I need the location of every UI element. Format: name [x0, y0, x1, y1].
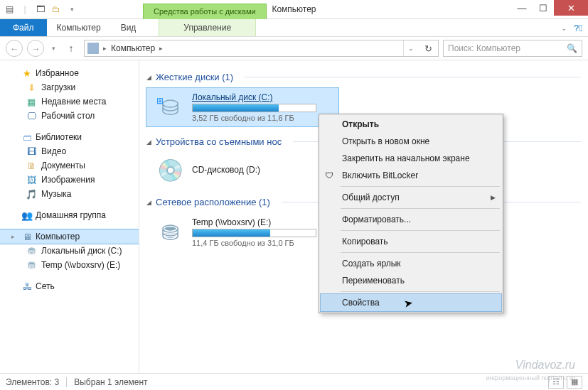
context-menu: Открыть Открыть в новом окне Закрепить н…: [319, 114, 503, 313]
sidebar-item-video[interactable]: 🎞 Видео: [0, 144, 139, 158]
status-selected: Выбран 1 элемент: [74, 377, 147, 387]
group-label: Жесткие диски (1): [156, 72, 233, 82]
sidebar-network-header[interactable]: 🖧 Сеть: [0, 279, 139, 293]
sidebar-libraries-label: Библиотеки: [36, 132, 82, 142]
tab-file[interactable]: Файл: [0, 19, 47, 36]
drive-icon: ⛃: [26, 245, 37, 256]
breadcrumb-computer[interactable]: Компьютер: [111, 43, 155, 53]
status-item-count: Элементов: 3: [6, 377, 59, 387]
window-title: Компьютер: [0, 0, 588, 19]
drive-net-temp[interactable]: ⛃ Temp (\\vboxsrv) (E:) 11,4 ГБ свободно…: [146, 213, 338, 251]
minimize-button[interactable]: —: [511, 0, 533, 16]
close-button[interactable]: ✕: [554, 0, 588, 16]
collapse-caret-icon[interactable]: ◢: [146, 199, 151, 206]
collapse-caret-icon[interactable]: ◢: [146, 74, 151, 81]
recent-icon: ▦: [26, 96, 37, 107]
computer-icon: 🖥: [21, 231, 33, 242]
forward-button[interactable]: →: [27, 40, 44, 57]
drive-name: Локальный диск (C:): [192, 92, 316, 102]
sidebar-favorites-label: Избранное: [36, 68, 79, 78]
sidebar-homegroup[interactable]: 👥 Домашняя группа: [0, 208, 139, 222]
ribbon-tabs: Файл Компьютер Вид Управление ⌄ ?⃝: [0, 19, 588, 37]
menu-item-copy[interactable]: Копировать: [321, 233, 501, 250]
watermark-sub: информационный портал о W: [486, 374, 575, 381]
drive-free-text: 3,52 ГБ свободно из 11,6 ГБ: [192, 114, 316, 122]
menu-separator: [341, 252, 500, 253]
menu-separator: [341, 208, 500, 209]
star-icon: ★: [21, 67, 33, 79]
breadcrumb-sep-icon[interactable]: ▸: [103, 45, 107, 52]
sidebar-libraries-header[interactable]: 🗃 Библиотеки: [0, 130, 139, 144]
netdrive-icon: ⛃: [26, 259, 37, 271]
sidebar-item-label: Музыка: [41, 189, 71, 199]
sidebar-item-label: Temp (\\vboxsrv) (E:): [41, 260, 120, 270]
new-folder-icon[interactable]: 🗀: [50, 3, 63, 16]
menu-item-format[interactable]: Форматировать...: [321, 211, 501, 228]
tab-computer[interactable]: Компьютер: [47, 19, 111, 36]
cd-drive-icon: 💿: [155, 157, 185, 183]
sidebar-computer-label: Компьютер: [36, 232, 80, 242]
computer-icon: [87, 43, 99, 54]
sidebar-favorites-header[interactable]: ★ Избранное: [0, 66, 139, 80]
sidebar-computer-header[interactable]: ▸ 🖥 Компьютер: [0, 229, 139, 244]
qat-dropdown-icon[interactable]: ▾: [65, 3, 78, 16]
back-button[interactable]: ←: [6, 40, 23, 57]
context-tab-label: Средства работы с дисками: [143, 4, 267, 19]
sidebar-item-documents[interactable]: 🗎 Документы: [0, 158, 139, 173]
tab-manage[interactable]: Управление: [159, 19, 256, 36]
image-icon: 🖼: [26, 174, 37, 185]
menu-separator: [341, 291, 500, 292]
qat-separator: |: [18, 3, 31, 16]
sidebar-item-desktop[interactable]: 🖵 Рабочий стол: [0, 109, 139, 123]
history-dropdown[interactable]: ▾: [48, 40, 58, 57]
sidebar-item-drive-c[interactable]: ⛃ Локальный диск (C:): [0, 244, 139, 258]
address-dropdown-icon[interactable]: ⌄: [403, 40, 418, 56]
group-label: Устройства со съемными нос: [156, 136, 282, 147]
menu-item-share[interactable]: Общий доступ▶: [321, 189, 501, 206]
sidebar-item-label: Загрузки: [41, 82, 75, 92]
submenu-arrow-icon: ▶: [491, 194, 496, 201]
properties-icon[interactable]: 🗔: [34, 3, 47, 16]
title-bar: ▤ | 🗔 🗀 ▾ Средства работы с дисками Комп…: [0, 0, 588, 19]
caret-icon[interactable]: ▸: [11, 233, 18, 240]
menu-item-open-new-window[interactable]: Открыть в новом окне: [321, 133, 501, 150]
up-button[interactable]: ↑: [63, 40, 80, 57]
shield-icon: 🛡: [325, 170, 333, 180]
drive-local-c[interactable]: ⊞⛁ Локальный диск (C:) 3,52 ГБ свободно …: [146, 88, 338, 126]
drive-cd-d[interactable]: 💿 CD-дисковод (D:): [146, 153, 338, 187]
menu-item-pin-start[interactable]: Закрепить на начальном экране: [321, 150, 501, 167]
drive-space-bar: [192, 104, 316, 112]
menu-item-open[interactable]: Открыть: [321, 116, 501, 133]
sidebar-item-images[interactable]: 🖼 Изображения: [0, 173, 139, 187]
sidebar-item-label: Видео: [41, 146, 66, 156]
menu-item-bitlocker[interactable]: 🛡Включить BitLocker: [321, 167, 501, 184]
sidebar-item-downloads[interactable]: ⬇ Загрузки: [0, 80, 139, 94]
sidebar-item-drive-temp[interactable]: ⛃ Temp (\\vboxsrv) (E:): [0, 258, 139, 272]
help-icon[interactable]: ?⃝: [572, 23, 584, 34]
sidebar-item-label: Локальный диск (C:): [41, 246, 122, 256]
maximize-button[interactable]: ☐: [533, 0, 554, 16]
sidebar-item-music[interactable]: 🎵 Музыка: [0, 187, 139, 201]
group-hard-drives[interactable]: ◢ Жесткие диски (1): [146, 72, 581, 82]
tab-view[interactable]: Вид: [111, 19, 146, 36]
address-bar[interactable]: ▸ Компьютер ▸ ⌄ ↻: [84, 40, 439, 57]
breadcrumb-sep-icon[interactable]: ▸: [159, 45, 163, 52]
drive-name: Temp (\\vboxsrv) (E:): [192, 217, 316, 227]
sidebar-homegroup-label: Домашняя группа: [36, 210, 106, 220]
network-drive-icon: ⛃: [155, 220, 185, 245]
system-menu-icon[interactable]: ▤: [3, 3, 16, 16]
menu-item-rename[interactable]: Переименовать: [321, 272, 501, 289]
network-icon: 🖧: [21, 281, 33, 292]
ribbon-expand-icon[interactable]: ⌄: [561, 24, 567, 32]
menu-item-create-shortcut[interactable]: Создать ярлык: [321, 255, 501, 272]
collapse-caret-icon[interactable]: ◢: [146, 139, 151, 146]
hdd-icon: ⊞⛁: [155, 94, 185, 120]
menu-item-label: Включить BitLocker: [342, 170, 418, 180]
download-icon: ⬇: [26, 82, 37, 93]
sidebar-item-recent[interactable]: ▦ Недавние места: [0, 94, 139, 109]
drive-space-bar: [192, 229, 316, 237]
refresh-button[interactable]: ↻: [421, 43, 435, 54]
search-input[interactable]: Поиск: Компьютер 🔍: [443, 40, 582, 57]
homegroup-icon: 👥: [21, 210, 33, 221]
video-icon: 🎞: [26, 146, 37, 157]
